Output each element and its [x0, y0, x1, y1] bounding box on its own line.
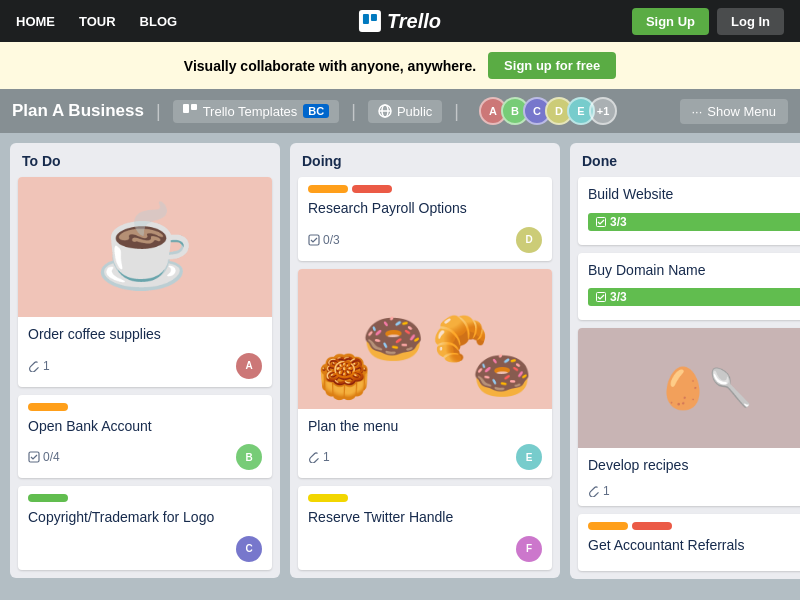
svg-rect-10 [597, 293, 606, 302]
svg-rect-2 [183, 104, 189, 113]
trello-logo-text: Trello [387, 10, 441, 33]
trello-logo: Trello [359, 10, 441, 33]
pink-donut-icon: 🍩 [472, 348, 532, 404]
card-twitter[interactable]: Reserve Twitter Handle F [298, 486, 552, 570]
payroll-card-avatar[interactable]: D [516, 227, 542, 253]
promo-banner: Visually collaborate with anyone, anywhe… [0, 42, 800, 89]
card-twitter-labels [308, 494, 542, 502]
member-overflow-badge[interactable]: +1 [589, 97, 617, 125]
card-domain-body: Buy Domain Name 3/3 [578, 253, 800, 321]
card-payroll-body: Research Payroll Options 0/3 D [298, 177, 552, 261]
card-bank-meta: 0/4 [28, 450, 60, 464]
logo-card-avatar[interactable]: C [236, 536, 262, 562]
card-payroll-meta: 0/3 [308, 233, 340, 247]
card-accountant-labels [588, 522, 800, 530]
column-done: Done Build Website 3/3 [570, 143, 800, 579]
flour-icon: 🥚 [658, 365, 708, 412]
card-logo-footer: C [28, 536, 262, 562]
card-bank[interactable]: Open Bank Account 0/4 B [18, 395, 272, 479]
domain-completion-badge: 3/3 [588, 288, 800, 306]
bank-card-avatar[interactable]: B [236, 444, 262, 470]
check-icon-website [596, 217, 606, 227]
card-twitter-footer: F [308, 536, 542, 562]
card-logo-labels [28, 494, 262, 502]
card-logo-body: Copyright/Trademark for Logo C [18, 486, 272, 570]
card-payroll-title: Research Payroll Options [308, 199, 542, 219]
card-website-title: Build Website [588, 185, 800, 205]
card-logo-title: Copyright/Trademark for Logo [28, 508, 262, 528]
card-accountant[interactable]: Get Accountant Referrals [578, 514, 800, 572]
payroll-label-red [352, 185, 392, 193]
domain-completion-value: 3/3 [610, 290, 627, 304]
card-coffee[interactable]: ☕ Order coffee supplies 1 [18, 177, 272, 387]
template-badge[interactable]: Trello Templates BC [173, 100, 340, 123]
card-payroll[interactable]: Research Payroll Options 0/3 D [298, 177, 552, 261]
column-todo-header: To Do [10, 143, 280, 177]
show-menu-label: Show Menu [707, 104, 776, 119]
card-recipes[interactable]: 🥚 🥄 Develop recipes 1 [578, 328, 800, 506]
card-logo[interactable]: Copyright/Trademark for Logo C [18, 486, 272, 570]
menu-attachment-value: 1 [323, 450, 330, 464]
column-doing-header: Doing [290, 143, 560, 177]
coffee-card-avatar[interactable]: A [236, 353, 262, 379]
card-coffee-footer: 1 A [28, 353, 262, 379]
column-doing-cards: Research Payroll Options 0/3 D [290, 177, 560, 578]
card-recipes-body: Develop recipes 1 [578, 448, 800, 506]
svg-rect-1 [371, 14, 377, 21]
board-content: To Do ☕ Order coffee supplies [0, 133, 800, 600]
website-completion-value: 3/3 [610, 215, 627, 229]
card-menu-meta: 1 [308, 450, 330, 464]
checklist-icon [28, 451, 40, 463]
column-todo: To Do ☕ Order coffee supplies [10, 143, 280, 578]
paperclip-icon-recipes [588, 485, 600, 497]
check-icon-domain [596, 292, 606, 302]
card-menu-image: 🍩 🥐 🥮 🍩 [298, 269, 552, 409]
donut-icon: 🍩 [362, 310, 424, 368]
public-badge[interactable]: Public [368, 100, 442, 123]
card-bank-body: Open Bank Account 0/4 B [18, 395, 272, 479]
card-recipes-image: 🥚 🥄 [578, 328, 800, 448]
card-payroll-footer: 0/3 D [308, 227, 542, 253]
twitter-card-avatar[interactable]: F [516, 536, 542, 562]
nav-links: HOME TOUR BLOG [16, 14, 177, 29]
menu-attachment-count: 1 [308, 450, 330, 464]
card-payroll-labels [308, 185, 542, 193]
cinnamon-roll-icon: 🥮 [318, 352, 370, 401]
accountant-label-red [632, 522, 672, 530]
card-coffee-body: Order coffee supplies 1 A [18, 317, 272, 387]
column-done-cards: Build Website 3/3 Buy Domain Name [570, 177, 800, 579]
paperclip-icon-menu [308, 451, 320, 463]
nav-home[interactable]: HOME [16, 14, 55, 29]
column-todo-cards: ☕ Order coffee supplies 1 [10, 177, 280, 578]
card-bank-labels [28, 403, 262, 411]
login-button[interactable]: Log In [717, 8, 784, 35]
card-domain[interactable]: Buy Domain Name 3/3 [578, 253, 800, 321]
card-menu[interactable]: 🍩 🥐 🥮 🍩 Plan the menu 1 [298, 269, 552, 479]
header-separator: | [156, 101, 161, 122]
banner-cta-button[interactable]: Sign up for free [488, 52, 616, 79]
card-website[interactable]: Build Website 3/3 [578, 177, 800, 245]
card-recipes-meta: 1 [588, 484, 610, 498]
svg-rect-3 [191, 104, 197, 110]
spoon-icon: 🥄 [708, 367, 753, 409]
header-separator3: | [454, 101, 459, 122]
menu-card-avatar[interactable]: E [516, 444, 542, 470]
column-done-header: Done [570, 143, 800, 177]
payroll-label-orange [308, 185, 348, 193]
column-doing: Doing Research Payroll Options [290, 143, 560, 578]
show-menu-button[interactable]: ··· Show Menu [680, 99, 789, 124]
paperclip-icon [28, 360, 40, 372]
bc-badge: BC [303, 104, 329, 118]
signup-button[interactable]: Sign Up [632, 8, 709, 35]
board-title: Plan A Business [12, 101, 144, 121]
svg-rect-7 [29, 452, 39, 462]
payroll-checklist-count: 0/3 [308, 233, 340, 247]
website-completion-badge: 3/3 [588, 213, 800, 231]
ellipsis-icon: ··· [692, 104, 703, 119]
checklist-icon-payroll [308, 234, 320, 246]
recipes-attachment-count: 1 [588, 484, 610, 498]
card-twitter-body: Reserve Twitter Handle F [298, 486, 552, 570]
nav-tour[interactable]: TOUR [79, 14, 116, 29]
nav-blog[interactable]: BLOG [140, 14, 178, 29]
card-domain-title: Buy Domain Name [588, 261, 800, 281]
